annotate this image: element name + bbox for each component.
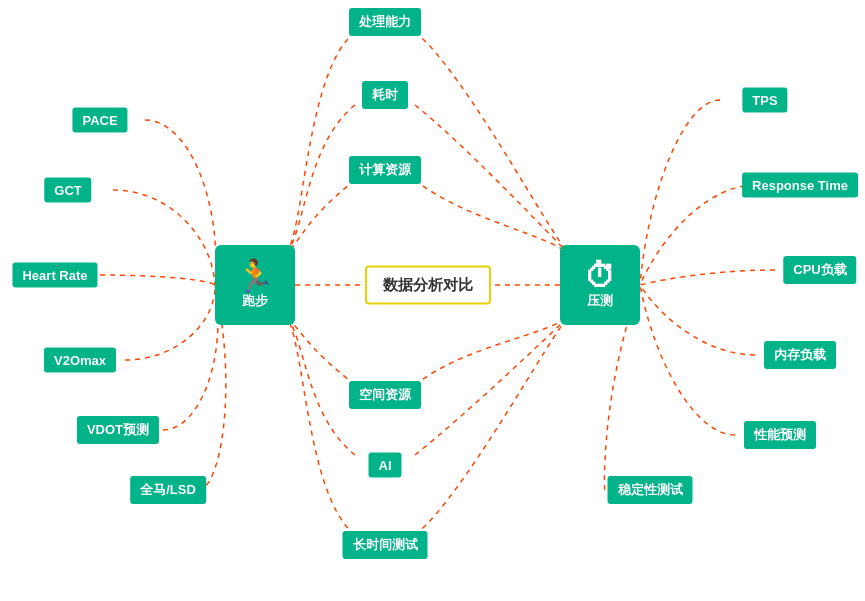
node-vdot[interactable]: VDOT预测 <box>77 416 159 444</box>
running-icon: 🏃 <box>235 260 275 292</box>
node-space[interactable]: 空间资源 <box>349 381 421 409</box>
node-proc[interactable]: 处理能力 <box>349 8 421 36</box>
left-center-label: 跑步 <box>242 292 268 310</box>
center-main-node[interactable]: 数据分析对比 <box>365 266 491 305</box>
node-cpu[interactable]: CPU负载 <box>783 256 856 284</box>
node-hr[interactable]: Heart Rate <box>12 263 97 288</box>
node-perf[interactable]: 性能预测 <box>744 421 816 449</box>
node-time[interactable]: 耗时 <box>362 81 408 109</box>
node-gct[interactable]: GCT <box>44 178 91 203</box>
node-ai[interactable]: AI <box>369 453 402 478</box>
node-tps[interactable]: TPS <box>742 88 787 113</box>
pressure-icon: ⏱ <box>584 260 616 292</box>
node-vo2[interactable]: V2Omax <box>44 348 116 373</box>
node-stable[interactable]: 稳定性测试 <box>608 476 693 504</box>
node-fullma[interactable]: 全马/LSD <box>130 476 206 504</box>
node-rt[interactable]: Response Time <box>742 173 858 198</box>
node-mem[interactable]: 内存负载 <box>764 341 836 369</box>
left-center-node[interactable]: 🏃 跑步 <box>215 245 295 325</box>
node-pace[interactable]: PACE <box>72 108 127 133</box>
right-center-node[interactable]: ⏱ 压测 <box>560 245 640 325</box>
node-longtest[interactable]: 长时间测试 <box>343 531 428 559</box>
node-comp[interactable]: 计算资源 <box>349 156 421 184</box>
right-center-label: 压测 <box>587 292 613 310</box>
